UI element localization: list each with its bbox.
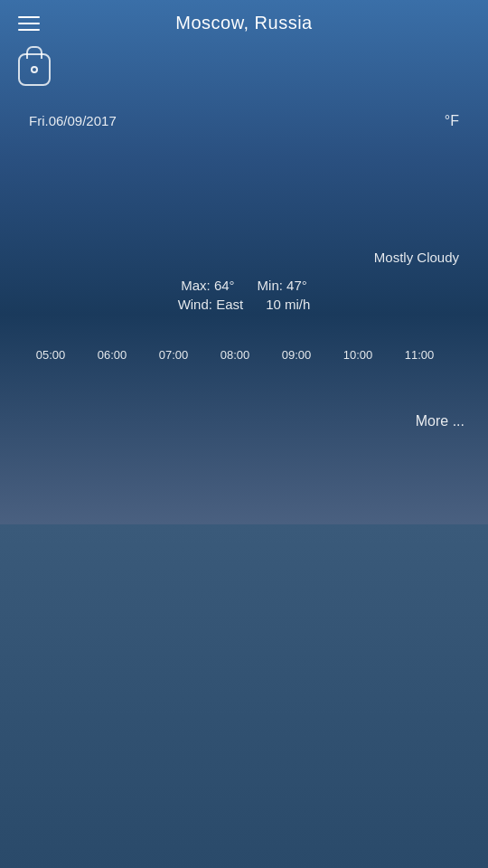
temp-unit: °F [374, 113, 459, 129]
menu-button[interactable] [18, 16, 40, 31]
header: Moscow, Russia [0, 0, 488, 46]
hour-time: 10:00 [343, 348, 373, 362]
city-title: Moscow, Russia [175, 13, 313, 33]
max-min-temps: Max: 64° Min: 47° [29, 278, 459, 293]
max-temp: Max: 64° [181, 278, 234, 293]
weather-details: Max: 64° Min: 47° Wind: East 10 mi/h [29, 278, 459, 312]
wind-info: Wind: East 10 mi/h [29, 297, 459, 312]
hour-time: 08:00 [221, 348, 250, 362]
wind-direction: Wind: East [178, 297, 244, 312]
hour-time: 06:00 [98, 348, 127, 362]
wind-speed: 10 mi/h [266, 297, 310, 312]
hour-time: 11:00 [405, 348, 435, 362]
lock-icon [18, 53, 51, 86]
more-button[interactable]: More ... [416, 413, 465, 429]
date-display: Fri.06/09/2017 [29, 113, 155, 128]
condition-text: Mostly Cloudy [374, 250, 459, 265]
min-temp: Min: 47° [258, 278, 307, 293]
hour-time: 07:00 [159, 348, 189, 362]
hour-time: 09:00 [282, 348, 312, 362]
hour-time: 05:00 [36, 348, 66, 362]
